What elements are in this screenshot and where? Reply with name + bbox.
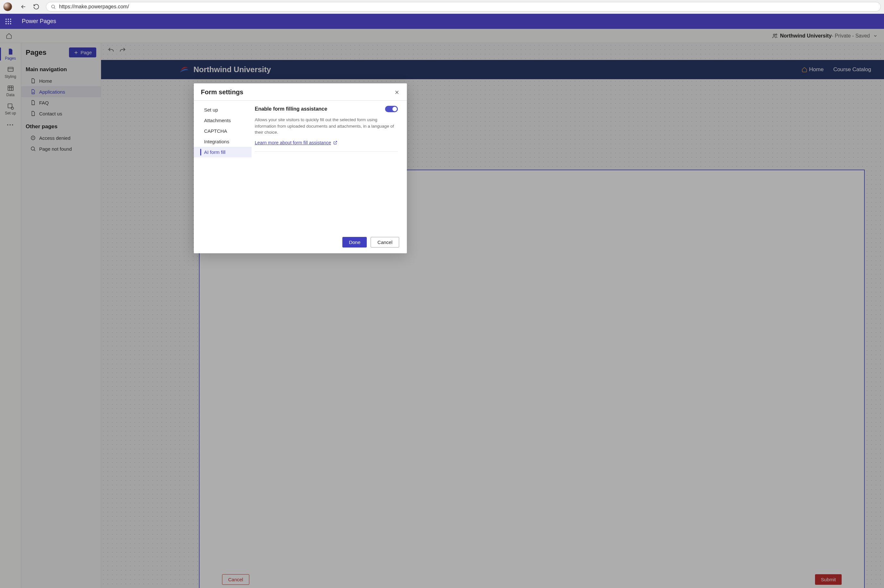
browser-toolbar: https://make.powerpages.com/ bbox=[0, 0, 884, 14]
app-title: Power Pages bbox=[22, 18, 56, 25]
svg-point-7 bbox=[6, 23, 7, 24]
setting-title: Enable form filling assistance bbox=[255, 106, 327, 112]
svg-point-1 bbox=[6, 19, 7, 20]
svg-point-6 bbox=[10, 21, 11, 22]
setting-description: Allows your site visitors to quickly fil… bbox=[255, 117, 398, 136]
svg-point-4 bbox=[6, 21, 7, 22]
close-button[interactable] bbox=[394, 90, 400, 95]
back-button[interactable] bbox=[17, 0, 30, 13]
waffle-icon[interactable] bbox=[5, 18, 12, 26]
svg-point-2 bbox=[8, 19, 9, 20]
tab-setup[interactable]: Set up bbox=[194, 105, 251, 115]
svg-point-0 bbox=[52, 5, 54, 8]
form-settings-modal: Form settings Set up Attachments CAPTCHA… bbox=[194, 83, 407, 253]
app-header: Power Pages bbox=[0, 14, 884, 29]
search-icon bbox=[51, 4, 56, 9]
tab-attachments[interactable]: Attachments bbox=[194, 115, 251, 126]
svg-point-8 bbox=[8, 23, 9, 24]
cancel-button[interactable]: Cancel bbox=[371, 237, 399, 248]
tab-ai-form-fill[interactable]: AI form fill bbox=[194, 147, 251, 158]
url-text: https://make.powerpages.com/ bbox=[59, 4, 129, 10]
external-link-icon bbox=[333, 140, 338, 145]
enable-form-fill-toggle[interactable] bbox=[385, 106, 398, 112]
tab-captcha[interactable]: CAPTCHA bbox=[194, 126, 251, 136]
modal-title: Form settings bbox=[201, 88, 243, 96]
address-bar[interactable]: https://make.powerpages.com/ bbox=[46, 2, 881, 12]
svg-point-9 bbox=[10, 23, 11, 24]
tab-integrations[interactable]: Integrations bbox=[194, 136, 251, 147]
learn-more-link[interactable]: Learn more about form fill assistance bbox=[255, 140, 338, 145]
modal-overlay: Form settings Set up Attachments CAPTCHA… bbox=[0, 29, 884, 588]
refresh-button[interactable] bbox=[30, 0, 43, 13]
modal-tab-list: Set up Attachments CAPTCHA Integrations … bbox=[194, 100, 251, 232]
profile-avatar[interactable] bbox=[3, 2, 12, 11]
done-button[interactable]: Done bbox=[342, 237, 367, 248]
svg-point-3 bbox=[10, 19, 11, 20]
svg-point-5 bbox=[8, 21, 9, 22]
